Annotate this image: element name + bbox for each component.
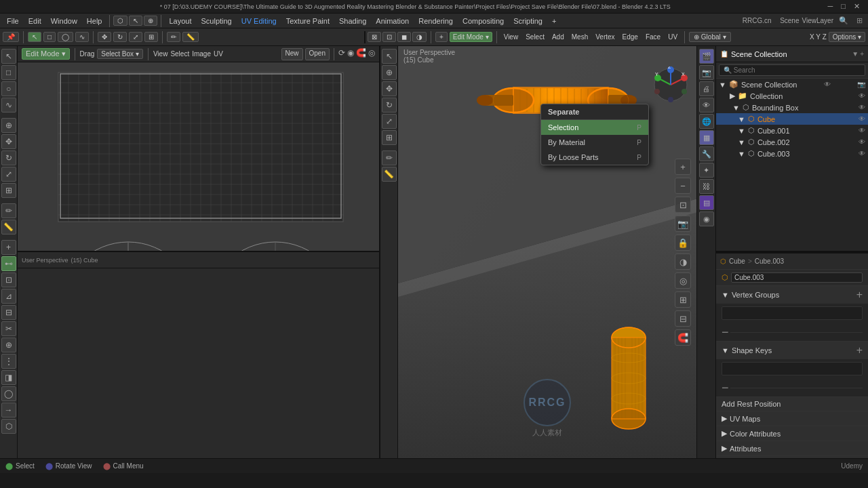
uv-new-btn[interactable]: New (281, 48, 303, 60)
tool-cursor[interactable]: ⊕ (1, 118, 16, 133)
uv-transform-btn[interactable]: ⊞ (144, 32, 158, 42)
vp-select[interactable]: Select (523, 33, 547, 41)
tool-inset[interactable]: ⊡ (1, 272, 16, 287)
uv-measure-btn[interactable]: 📏 (182, 32, 199, 42)
object-mode-icon[interactable]: ⬡ (113, 16, 127, 26)
vp-prop-toggle[interactable]: ⊟ (675, 310, 691, 327)
minimize-btn[interactable]: ─ (825, 2, 836, 11)
outliner-cube002[interactable]: ▼ ⬡ Cube.002 👁 (716, 136, 868, 148)
maximize-btn[interactable]: □ (838, 2, 848, 11)
vp-measure-tool[interactable]: 📏 (382, 167, 397, 182)
vp-local-view[interactable]: ⊡ (675, 197, 691, 213)
outliner-cube001[interactable]: ▼ ⬡ Cube.001 👁 (716, 125, 868, 136)
vp-uv-menu[interactable]: UV (665, 33, 680, 41)
vp-zoom-out[interactable]: − (675, 178, 691, 194)
vp-zoom-in[interactable]: + (675, 159, 691, 175)
vg-minus-btn[interactable]: − (722, 325, 729, 340)
texture-space-header[interactable]: ▶ Texture Space (716, 456, 868, 458)
menu-help[interactable]: Help (83, 16, 106, 26)
outliner-filter-icon[interactable]: ▼ (852, 50, 859, 58)
menu-compositing[interactable]: Compositing (458, 16, 508, 26)
scene-collection-cam[interactable]: 📷 (857, 81, 865, 88)
context-menu-item-loose[interactable]: By Loose Parts P (541, 150, 648, 165)
vp-add-menu[interactable]: Add (549, 33, 567, 41)
uv-scale-btn[interactable]: ⤢ (129, 32, 142, 42)
vp-transform-tool[interactable]: ⊞ (382, 130, 397, 145)
tool-poly-build[interactable]: ⬡ (1, 419, 16, 434)
tool-lasso-select[interactable]: ∿ (1, 98, 16, 113)
vp-scale-tool[interactable]: ⤢ (382, 114, 397, 129)
uv-open-btn[interactable]: Open (305, 48, 330, 60)
menu-sculpting[interactable]: Sculpting (197, 16, 235, 26)
tool-shear[interactable]: ⋮ (1, 354, 16, 369)
vp-camera-btn[interactable]: 📷 (675, 216, 691, 232)
search-icon-top[interactable]: 🔍 (836, 16, 851, 25)
vp-select-tool[interactable]: ↖ (382, 49, 397, 64)
prop-material-icon[interactable]: ◉ (699, 211, 714, 226)
menu-edit[interactable]: Edit (24, 16, 45, 26)
uv-snap-icon[interactable]: 🧲 (356, 48, 366, 60)
vp-mesh-menu[interactable]: Mesh (569, 33, 591, 41)
cursor-tool[interactable]: ⊕ (144, 16, 157, 26)
uv-annotate-btn[interactable]: ✏ (167, 32, 180, 42)
uv-circle-select-btn[interactable]: ◯ (58, 32, 73, 42)
tool-rip[interactable]: ◨ (1, 370, 16, 385)
collection-eye[interactable]: 👁 (859, 92, 865, 100)
uv-select-mode[interactable]: Select Box ▾ (97, 49, 143, 59)
add-rest-position-btn[interactable]: Add Rest Position (716, 397, 868, 411)
vp-edge-menu[interactable]: Edge (620, 33, 641, 41)
attributes-header[interactable]: ▶ Attributes (716, 441, 868, 455)
uv-prop-icon[interactable]: ◉ (347, 48, 354, 60)
vp-face-menu[interactable]: Face (643, 33, 663, 41)
outliner-cube[interactable]: ▼ ⬡ Cube 👁 (716, 113, 868, 125)
cube001-eye[interactable]: 👁 (859, 127, 865, 134)
prop-constraint-icon[interactable]: ⛓ (699, 179, 714, 194)
context-menu-item-selection[interactable]: Selection P (541, 120, 648, 135)
tool-push-pull[interactable]: ⊕ (1, 338, 16, 352)
vp-cursor-tool[interactable]: ⊕ (382, 65, 397, 80)
cube-eye[interactable]: 👁 (859, 115, 865, 123)
tool-rotate[interactable]: ↻ (1, 150, 16, 165)
uv-maps-header[interactable]: ▶ UV Maps (716, 411, 868, 426)
tool-slide[interactable]: → (1, 403, 16, 418)
prop-data-icon[interactable]: ▤ (699, 195, 714, 210)
menu-file[interactable]: File (3, 16, 23, 26)
menu-rendering[interactable]: Rendering (414, 16, 457, 26)
uv-lasso-btn[interactable]: ∿ (75, 32, 89, 42)
tool-transform[interactable]: ⊞ (1, 183, 16, 198)
menu-add-workspace[interactable]: + (548, 16, 560, 26)
vp-render-preview[interactable]: ◑ (675, 253, 691, 270)
tool-move[interactable]: ✥ (1, 134, 16, 149)
prop-output-icon[interactable]: 🖨 (699, 81, 714, 96)
tool-select-cursor[interactable]: ↖ (1, 49, 16, 64)
menu-scripting[interactable]: Scripting (509, 16, 547, 26)
tool-measure[interactable]: 📏 (1, 220, 16, 235)
shape-keys-header[interactable]: ▼ Shape Keys + (716, 342, 868, 359)
vp-icon3[interactable]: ◼ (397, 32, 411, 42)
prop-object-icon[interactable]: ▦ (699, 130, 714, 145)
vertex-groups-header[interactable]: ▼ Vertex Groups + (716, 286, 868, 304)
vp-snap-toggle[interactable]: 🧲 (675, 329, 691, 346)
tool-loop-cut[interactable]: ⊟ (1, 305, 16, 320)
vp-view[interactable]: View (501, 33, 521, 41)
cube003-eye[interactable]: 👁 (859, 150, 865, 157)
uv-uv-menu[interactable]: UV (214, 50, 223, 58)
context-menu-item-material[interactable]: By Material P (541, 135, 648, 150)
outliner-add-icon[interactable]: + (860, 50, 864, 58)
outliner-collection[interactable]: ▶ 📁 Collection 👁 (727, 90, 868, 102)
uv-box-select-btn[interactable]: □ (43, 32, 56, 42)
tool-bevel[interactable]: ⊿ (1, 289, 16, 304)
menu-layout[interactable]: Layout (165, 16, 195, 26)
outliner-bounding-box[interactable]: ▼ ⬡ Bounding Box 👁 (716, 102, 868, 113)
menu-window[interactable]: Window (47, 16, 81, 26)
prop-render-icon[interactable]: 📷 (699, 65, 714, 80)
prop-world-icon[interactable]: 🌐 (699, 114, 714, 129)
tool-extrude[interactable]: ⊷ (1, 256, 16, 271)
uv-edit-mode-badge[interactable]: Edit Mode ▾ (22, 48, 70, 60)
outliner-cube003[interactable]: ▼ ⬡ Cube.003 👁 (716, 148, 868, 159)
shape-keys-add[interactable]: + (856, 344, 863, 357)
close-btn[interactable]: ✕ (851, 2, 863, 11)
edit-mode-badge[interactable]: Edit Mode ▾ (450, 32, 492, 42)
prop-particle-icon[interactable]: ✦ (699, 163, 714, 178)
transform-space[interactable]: ⊕ Global ▾ (689, 32, 730, 42)
